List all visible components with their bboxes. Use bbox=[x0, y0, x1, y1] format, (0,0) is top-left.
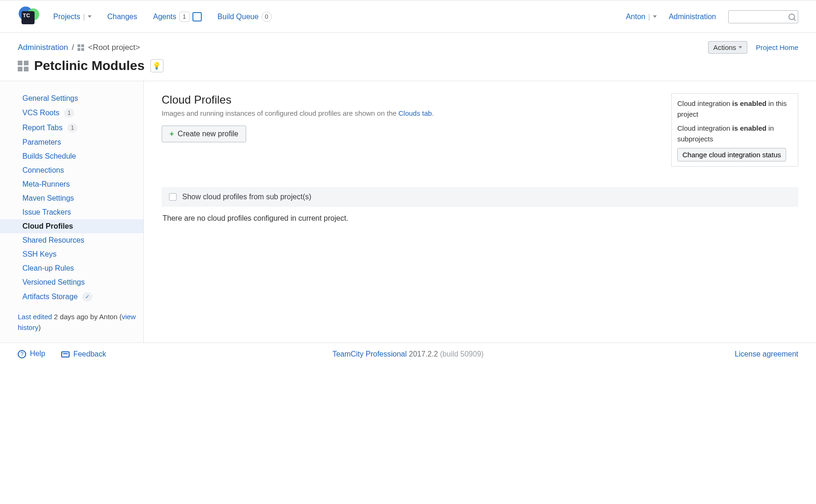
sidebar-item-clean-up-rules[interactable]: Clean-up Rules bbox=[0, 261, 143, 275]
info-enabled: is enabled bbox=[732, 124, 766, 132]
sidebar-item-label: Shared Resources bbox=[22, 236, 85, 245]
nav-projects[interactable]: Projects | bbox=[53, 13, 92, 21]
help-label: Help bbox=[30, 350, 45, 357]
sidebar-item-label: VCS Roots bbox=[22, 109, 59, 117]
feedback-link[interactable]: Feedback bbox=[61, 350, 106, 358]
sidebar-item-label: Connections bbox=[22, 166, 64, 175]
project-icon bbox=[78, 44, 84, 51]
bulb-icon: 💡 bbox=[152, 62, 161, 70]
breadcrumb-administration[interactable]: Administration bbox=[18, 43, 68, 52]
feedback-label: Feedback bbox=[73, 350, 106, 358]
subtitle-suffix: . bbox=[432, 109, 434, 117]
top-navigation: TC Projects | Changes Agents 1 Build Que… bbox=[0, 0, 816, 33]
create-new-profile-button[interactable]: + Create new profile bbox=[162, 126, 246, 142]
actions-label: Actions bbox=[713, 43, 736, 51]
info-text: Cloud integration bbox=[677, 99, 732, 107]
filter-label: Show cloud profiles from sub project(s) bbox=[182, 193, 312, 201]
sidebar-item-label: General Settings bbox=[22, 94, 78, 103]
project-icon bbox=[18, 61, 28, 71]
main-content: Cloud Profiles Images and running instan… bbox=[144, 81, 816, 343]
sidebar-item-artifacts-storage[interactable]: Artifacts Storage✓ bbox=[0, 289, 143, 304]
version-info: TeamCity Professional 2017.2.2 (build 50… bbox=[333, 350, 484, 358]
sidebar-item-label: Versioned Settings bbox=[22, 278, 85, 287]
subtitle-text: Images and running instances of configur… bbox=[162, 109, 398, 117]
sidebar-item-meta-runners[interactable]: Meta-Runners bbox=[0, 177, 143, 191]
page-header: Administration / <Root project> Actions … bbox=[0, 33, 816, 81]
breadcrumb-root-project[interactable]: <Root project> bbox=[88, 43, 140, 52]
last-edited-link[interactable]: Last edited bbox=[18, 313, 52, 321]
check-pill: ✓ bbox=[82, 292, 92, 301]
chevron-down-icon[interactable] bbox=[88, 15, 92, 18]
sidebar-item-label: Clean-up Rules bbox=[22, 264, 74, 273]
count-pill: 1 bbox=[64, 108, 74, 118]
actions-button[interactable]: Actions bbox=[708, 41, 747, 54]
sidebar-item-label: Report Tabs bbox=[22, 124, 63, 132]
agents-count-badge: 1 bbox=[179, 12, 190, 22]
info-text: Cloud integration bbox=[677, 124, 732, 132]
nav-build-queue[interactable]: Build Queue 0 bbox=[218, 12, 272, 22]
chevron-down-icon[interactable] bbox=[653, 15, 657, 18]
count-pill: 1 bbox=[67, 123, 78, 133]
sidebar-item-vcs-roots[interactable]: VCS Roots1 bbox=[0, 105, 143, 120]
footer: ?Help Feedback TeamCity Professional 201… bbox=[0, 343, 816, 365]
sidebar-item-report-tabs[interactable]: Report Tabs1 bbox=[0, 120, 143, 135]
feedback-icon bbox=[61, 351, 70, 357]
nav-projects-link[interactable]: Projects bbox=[53, 13, 80, 21]
user-name[interactable]: Anton bbox=[626, 13, 646, 21]
breadcrumb-separator: / bbox=[72, 43, 74, 52]
sidebar-item-general-settings[interactable]: General Settings bbox=[0, 91, 143, 105]
last-edited-text: 2 days ago by Anton ( bbox=[52, 313, 121, 321]
sidebar-item-issue-trackers[interactable]: Issue Trackers bbox=[0, 205, 143, 219]
chevron-down-icon bbox=[738, 46, 742, 49]
sidebar-item-connections[interactable]: Connections bbox=[0, 163, 143, 177]
nav-agents-link[interactable]: Agents bbox=[153, 13, 177, 21]
agents-status-box[interactable] bbox=[192, 12, 202, 21]
divider: | bbox=[648, 13, 650, 21]
sidebar-item-label: Meta-Runners bbox=[22, 180, 70, 189]
sidebar-item-shared-resources[interactable]: Shared Resources bbox=[0, 233, 143, 247]
last-edited-info: Last edited 2 days ago by Anton (view hi… bbox=[0, 304, 143, 333]
nav-administration[interactable]: Administration bbox=[669, 13, 716, 21]
user-menu[interactable]: Anton | bbox=[626, 13, 657, 21]
page-title: Petclinic Modules bbox=[34, 58, 145, 73]
sidebar-item-maven-settings[interactable]: Maven Settings bbox=[0, 191, 143, 205]
nav-changes[interactable]: Changes bbox=[107, 13, 137, 21]
product-name[interactable]: TeamCity Professional bbox=[333, 350, 407, 358]
empty-profiles-message: There are no cloud profiles configured i… bbox=[162, 207, 798, 230]
teamcity-logo[interactable]: TC bbox=[18, 7, 38, 27]
clouds-tab-link[interactable]: Clouds tab bbox=[398, 109, 432, 117]
sidebar-item-label: Cloud Profiles bbox=[22, 222, 73, 231]
sidebar-item-label: Issue Trackers bbox=[22, 208, 71, 217]
help-link[interactable]: ?Help bbox=[18, 350, 45, 358]
section-subtitle: Images and running instances of configur… bbox=[162, 109, 658, 117]
show-subprojects-checkbox[interactable] bbox=[169, 193, 177, 201]
nav-build-queue-link[interactable]: Build Queue bbox=[218, 13, 259, 21]
cloud-integration-status-card: Cloud integration is enabled in this pro… bbox=[671, 93, 798, 167]
settings-sidebar: General Settings VCS Roots1 Report Tabs1… bbox=[0, 81, 144, 343]
sidebar-item-versioned-settings[interactable]: Versioned Settings bbox=[0, 275, 143, 289]
sidebar-item-label: Builds Schedule bbox=[22, 152, 76, 161]
plus-icon: + bbox=[170, 130, 174, 138]
create-btn-label: Create new profile bbox=[177, 130, 238, 138]
change-cloud-integration-button[interactable]: Change cloud integration status bbox=[677, 148, 786, 161]
build-queue-count-badge: 0 bbox=[262, 12, 272, 22]
section-title: Cloud Profiles bbox=[162, 93, 658, 106]
sidebar-item-parameters[interactable]: Parameters bbox=[0, 135, 143, 149]
sidebar-item-ssh-keys[interactable]: SSH Keys bbox=[0, 247, 143, 261]
search-input[interactable] bbox=[728, 10, 798, 23]
sidebar-item-cloud-profiles[interactable]: Cloud Profiles bbox=[0, 219, 143, 233]
hint-bulb-button[interactable]: 💡 bbox=[150, 59, 163, 72]
help-icon: ? bbox=[18, 350, 26, 358]
project-home-link[interactable]: Project Home bbox=[756, 43, 798, 51]
sidebar-item-label: Maven Settings bbox=[22, 194, 74, 203]
sidebar-item-builds-schedule[interactable]: Builds Schedule bbox=[0, 149, 143, 163]
build-number: (build 50909) bbox=[440, 350, 483, 358]
license-agreement-link[interactable]: License agreement bbox=[735, 350, 798, 358]
version-text: 2017.2.2 bbox=[407, 350, 440, 358]
close-paren: ) bbox=[38, 323, 41, 331]
info-enabled: is enabled bbox=[732, 99, 766, 107]
sidebar-item-label: SSH Keys bbox=[22, 250, 57, 259]
divider: | bbox=[83, 13, 85, 21]
breadcrumb: Administration / <Root project> bbox=[18, 43, 140, 52]
nav-agents[interactable]: Agents 1 bbox=[153, 12, 202, 22]
